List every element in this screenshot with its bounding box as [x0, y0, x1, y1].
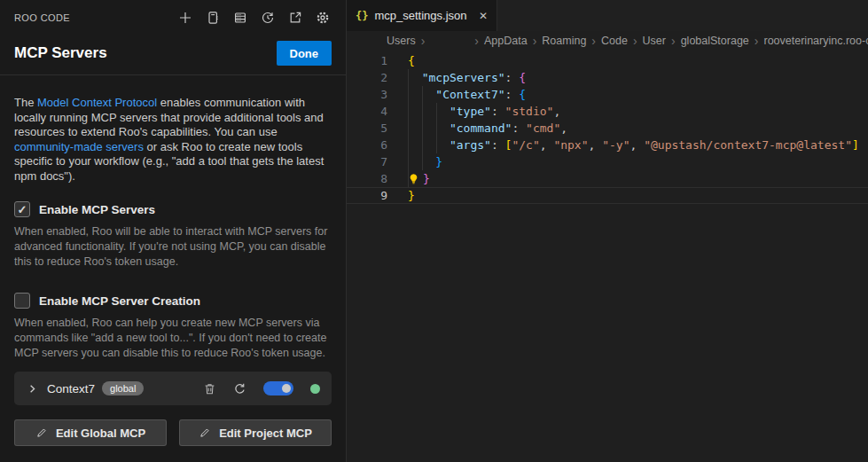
- intro-link[interactable]: Model Context Protocol: [37, 96, 157, 109]
- plus-icon[interactable]: [176, 9, 194, 27]
- code-line-text: "command": "cmd",: [387, 120, 567, 137]
- breadcrumb-separator: ›: [633, 34, 637, 48]
- toggle-knob: [282, 384, 291, 393]
- tab-mcp-settings[interactable]: {} mcp_settings.json ✕: [347, 0, 497, 31]
- intro-text: The Model Context Protocol enables commu…: [14, 96, 332, 184]
- open-in-editor-icon[interactable]: [286, 9, 304, 27]
- edit-global-mcp-button[interactable]: Edit Global MCP: [14, 419, 167, 446]
- code-line[interactable]: 3 "Context7": {: [347, 86, 868, 103]
- code-line[interactable]: 4 "type": "stdio",: [347, 103, 868, 120]
- close-icon[interactable]: ✕: [479, 11, 488, 21]
- notebook-icon[interactable]: [204, 9, 222, 27]
- server-row-context7[interactable]: Context7 global: [14, 372, 332, 405]
- editor-tab-bar: {} mcp_settings.json ✕: [347, 0, 868, 31]
- breadcrumb-separator: ›: [591, 34, 596, 48]
- mcp-server-icon[interactable]: [231, 9, 249, 27]
- pencil-icon: [35, 427, 48, 439]
- code-line[interactable]: 1{: [347, 52, 868, 69]
- enable-mcp-creation-checkbox[interactable]: [14, 293, 30, 309]
- breadcrumb-separator: ›: [533, 34, 537, 48]
- done-button[interactable]: Done: [277, 41, 332, 66]
- line-number: 8: [347, 170, 387, 187]
- line-number: 7: [347, 153, 387, 170]
- edit-buttons-row: Edit Global MCP Edit Project MCP: [14, 419, 332, 446]
- breadcrumb-separator: ›: [755, 34, 759, 48]
- enable-mcp-servers-label: Enable MCP Servers: [39, 203, 155, 216]
- settings-gear-icon[interactable]: [314, 9, 332, 27]
- line-number: 2: [347, 69, 387, 86]
- breadcrumb-item[interactable]: Users: [387, 35, 416, 47]
- intro-link[interactable]: community-made servers: [14, 140, 144, 153]
- breadcrumb-separator: ›: [421, 34, 426, 48]
- line-number: 6: [347, 137, 387, 153]
- server-status-dot: [310, 384, 320, 394]
- app-window: ROO CODE: [0, 0, 868, 462]
- breadcrumb: Users››AppData›Roaming›Code›User›globalS…: [347, 31, 868, 51]
- header-divider: [0, 74, 346, 75]
- code-line-text: {: [387, 52, 415, 69]
- line-number: 5: [347, 120, 387, 137]
- enable-mcp-servers-description: When enabled, Roo will be able to intera…: [14, 224, 332, 270]
- enable-mcp-servers-row: Enable MCP Servers: [14, 201, 332, 217]
- server-scope-badge: global: [102, 381, 144, 395]
- sidebar-body: The Model Context Protocol enables commu…: [0, 96, 346, 446]
- edit-global-mcp-label: Edit Global MCP: [56, 427, 145, 440]
- chevron-right-icon[interactable]: [26, 382, 39, 395]
- edit-project-mcp-label: Edit Project MCP: [219, 427, 312, 440]
- roo-code-sidebar: ROO CODE: [0, 0, 346, 462]
- code-lines: 1{2 "mcpServers": {3 "Context7": {4 "typ…: [347, 52, 868, 204]
- code-line-text: }: [387, 153, 442, 170]
- lightbulb-icon[interactable]: [408, 170, 423, 187]
- indent-guide: [436, 103, 437, 153]
- breadcrumb-item[interactable]: Roaming: [542, 35, 586, 47]
- intro-span: The: [14, 96, 37, 109]
- code-line-text: }: [387, 187, 415, 204]
- page-title: MCP Servers: [14, 44, 107, 62]
- line-number: 3: [347, 86, 387, 103]
- code-line-text: "args": ["/c", "npx", "-y", "@upstash/co…: [387, 137, 859, 153]
- indent-guide: [408, 69, 409, 187]
- breadcrumb-separator: ›: [671, 34, 676, 48]
- code-line[interactable]: 2 "mcpServers": {: [347, 69, 868, 86]
- sidebar-header: ROO CODE: [0, 0, 346, 66]
- breadcrumb-item[interactable]: User: [643, 35, 666, 47]
- history-icon[interactable]: [259, 9, 277, 27]
- editor-pane: {} mcp_settings.json ✕ Users››AppData›Ro…: [346, 0, 868, 462]
- server-name: Context7: [47, 382, 95, 395]
- pencil-icon: [199, 427, 211, 439]
- refresh-icon[interactable]: [233, 382, 246, 395]
- trash-icon[interactable]: [203, 382, 216, 395]
- breadcrumb-item[interactable]: rooveterinaryinc.roo-cli: [764, 35, 868, 47]
- code-line[interactable]: 7 }: [347, 153, 868, 170]
- edit-project-mcp-button[interactable]: Edit Project MCP: [179, 419, 332, 446]
- breadcrumb-item[interactable]: Code: [601, 35, 628, 47]
- tab-filename: mcp_settings.json: [374, 9, 466, 22]
- breadcrumb-separator: ›: [474, 34, 479, 48]
- server-enabled-toggle[interactable]: [263, 381, 293, 395]
- extension-title: ROO CODE: [14, 12, 70, 23]
- enable-mcp-servers-checkbox[interactable]: [14, 201, 30, 217]
- breadcrumb-item[interactable]: globalStorage: [681, 35, 749, 47]
- code-line[interactable]: 8}: [347, 170, 868, 187]
- json-file-icon: {}: [356, 10, 368, 22]
- line-number: 9: [347, 187, 387, 204]
- code-line[interactable]: 6 "args": ["/c", "npx", "-y", "@upstash/…: [347, 137, 868, 153]
- line-number: 1: [347, 52, 387, 69]
- enable-mcp-creation-label: Enable MCP Server Creation: [39, 294, 200, 308]
- line-number: 4: [347, 103, 387, 120]
- breadcrumb-item[interactable]: AppData: [484, 35, 528, 47]
- code-line[interactable]: 9}: [347, 187, 868, 204]
- indent-guide: [422, 86, 423, 170]
- sidebar-toolbar: [176, 9, 332, 27]
- enable-mcp-creation-description: When enabled, Roo can help you create ne…: [14, 316, 332, 361]
- code-editor[interactable]: 1{2 "mcpServers": {3 "Context7": {4 "typ…: [347, 51, 868, 462]
- enable-mcp-creation-row: Enable MCP Server Creation: [14, 293, 332, 309]
- code-line[interactable]: 5 "command": "cmd",: [347, 120, 868, 137]
- code-line-text: "type": "stdio",: [387, 103, 560, 120]
